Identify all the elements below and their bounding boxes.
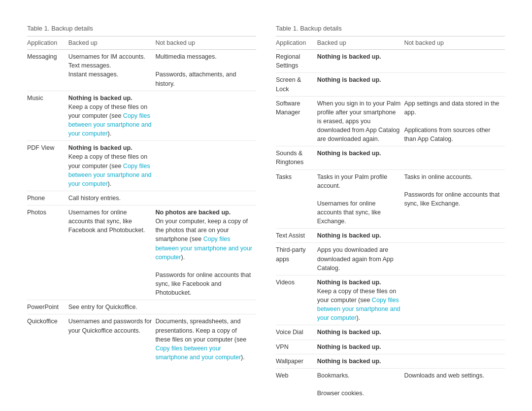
app-label: Messaging xyxy=(27,50,68,91)
not-backed-up-cell: App settings and data stored in the app.… xyxy=(404,96,505,146)
backed-up-cell: Nothing is backed up. xyxy=(317,229,404,243)
left-backup-table: Application Backed up Not backed up Mess… xyxy=(27,36,256,364)
not-backed-up-cell xyxy=(404,325,505,340)
app-label: VPN xyxy=(276,340,317,354)
backed-up-cell: Nothing is backed up. xyxy=(317,73,404,96)
not-backed-up-cell: Documents, spreadsheets, and presentatio… xyxy=(155,314,256,364)
app-label: Tasks xyxy=(276,170,317,229)
copy-files-link-videos[interactable]: Copy files between your smartphone and y… xyxy=(317,297,400,321)
backed-up-cell: Nothing is backed up. xyxy=(317,340,404,354)
backed-up-cell: Nothing is backed up. xyxy=(317,146,404,170)
backed-up-cell: See entry for Quickoffice. xyxy=(68,300,156,314)
backed-up-cell: Apps you downloaded are downloaded again… xyxy=(317,243,404,275)
not-backed-up-cell: Downloads and web settings. xyxy=(404,368,505,400)
table-row: PDF View Nothing is backed up. Keep a co… xyxy=(27,141,256,191)
not-backed-up-cell xyxy=(404,50,505,73)
table-row: Regional Settings Nothing is backed up. xyxy=(276,50,505,73)
app-label: Sounds & Ringtones xyxy=(276,146,317,170)
table-row: VPN Nothing is backed up. xyxy=(276,340,505,354)
not-backed-up-cell xyxy=(404,229,505,243)
copy-files-link-music[interactable]: Copy files between your smartphone and y… xyxy=(68,112,152,137)
backed-up-cell: Nothing is backed up. xyxy=(317,50,404,73)
right-table-title: Table 1. Backup details xyxy=(276,25,505,32)
backed-up-cell: Bookmarks. Browser cookies. xyxy=(317,368,404,400)
not-backed-up-cell: Tasks in online accounts. Passwords for … xyxy=(404,170,505,229)
not-backed-up-cell xyxy=(404,146,505,170)
app-label: Regional Settings xyxy=(276,50,317,73)
left-header-notbacked: Not backed up xyxy=(155,36,256,50)
left-header-app: Application xyxy=(27,36,68,50)
right-header-notbacked: Not backed up xyxy=(404,36,505,50)
backed-up-cell: Usernames and passwords for your Quickof… xyxy=(68,314,156,364)
table-row: Tasks Tasks in your Palm profile account… xyxy=(276,170,505,229)
not-backed-up-cell xyxy=(404,354,505,368)
table-row: Web Bookmarks. Browser cookies. Download… xyxy=(276,368,505,400)
app-label: Voice Dial xyxy=(276,325,317,340)
backed-up-cell: Nothing is backed up. Keep a copy of the… xyxy=(317,275,404,325)
copy-files-link-quickoffice[interactable]: Copy files between your smartphone and y… xyxy=(155,345,241,361)
not-backed-up-cell: Multimedia messages. Passwords, attachme… xyxy=(155,50,256,91)
table-row: Voice Dial Nothing is backed up. xyxy=(276,325,505,340)
not-backed-up-cell: No photos are backed up. On your compute… xyxy=(155,206,256,300)
app-label: PDF View xyxy=(27,141,68,191)
not-backed-up-cell xyxy=(404,73,505,96)
copy-files-link-photos[interactable]: Copy files between your smartphone and y… xyxy=(155,236,252,260)
right-column: Table 1. Backup details Application Back… xyxy=(276,25,505,400)
right-header-backed: Backed up xyxy=(317,36,404,50)
table-row: Quickoffice Usernames and passwords for … xyxy=(27,314,256,364)
not-backed-up-cell xyxy=(404,275,505,325)
app-label: Music xyxy=(27,91,68,141)
backed-up-cell: Nothing is backed up. Keep a copy of the… xyxy=(68,91,156,141)
backed-up-cell: When you sign in to your Palm profile af… xyxy=(317,96,404,146)
table-row: Music Nothing is backed up. Keep a copy … xyxy=(27,91,256,141)
not-backed-up-cell xyxy=(155,191,256,205)
table-row: Videos Nothing is backed up. Keep a copy… xyxy=(276,275,505,325)
table-row: Screen & Lock Nothing is backed up. xyxy=(276,73,505,96)
app-label: Web xyxy=(276,368,317,400)
not-backed-up-cell xyxy=(155,141,256,191)
table-row: Software Manager When you sign in to you… xyxy=(276,96,505,146)
app-label: Videos xyxy=(276,275,317,325)
backed-up-cell: Usernames for IM accounts. Text messages… xyxy=(68,50,156,91)
not-backed-up-cell xyxy=(155,300,256,314)
app-label: Photos xyxy=(27,206,68,300)
table-row: Photos Usernames for online accounts tha… xyxy=(27,206,256,300)
not-backed-up-cell xyxy=(404,340,505,354)
app-label: Wallpaper xyxy=(276,354,317,368)
backed-up-cell: Nothing is backed up. xyxy=(317,325,404,340)
backed-up-cell: Call history entries. xyxy=(68,191,156,205)
table-row: Third-party apps Apps you downloaded are… xyxy=(276,243,505,275)
right-backup-table: Application Backed up Not backed up Regi… xyxy=(276,36,505,400)
left-column: Table 1. Backup details Application Back… xyxy=(27,25,256,400)
backed-up-cell: Nothing is backed up. xyxy=(317,354,404,368)
right-header-app: Application xyxy=(276,36,317,50)
app-label: Quickoffice xyxy=(27,314,68,364)
copy-files-link-pdf[interactable]: Copy files between your smartphone and y… xyxy=(68,163,152,187)
app-label: Software Manager xyxy=(276,96,317,146)
app-label: Screen & Lock xyxy=(276,73,317,96)
table-row: Text Assist Nothing is backed up. xyxy=(276,229,505,243)
backed-up-cell: Usernames for online accounts that sync,… xyxy=(68,206,156,300)
backed-up-cell: Nothing is backed up. Keep a copy of the… xyxy=(68,141,156,191)
app-label: PowerPoint xyxy=(27,300,68,314)
left-table-title: Table 1. Backup details xyxy=(27,25,256,32)
app-label: Third-party apps xyxy=(276,243,317,275)
table-row: Wallpaper Nothing is backed up. xyxy=(276,354,505,368)
not-backed-up-cell xyxy=(155,91,256,141)
table-row: PowerPoint See entry for Quickoffice. xyxy=(27,300,256,314)
backed-up-cell: Tasks in your Palm profile account. User… xyxy=(317,170,404,229)
app-label: Phone xyxy=(27,191,68,205)
left-header-backed: Backed up xyxy=(68,36,156,50)
table-row: Sounds & Ringtones Nothing is backed up. xyxy=(276,146,505,170)
not-backed-up-cell xyxy=(404,243,505,275)
app-label: Text Assist xyxy=(276,229,317,243)
table-row: Messaging Usernames for IM accounts. Tex… xyxy=(27,50,256,91)
table-row: Phone Call history entries. xyxy=(27,191,256,205)
